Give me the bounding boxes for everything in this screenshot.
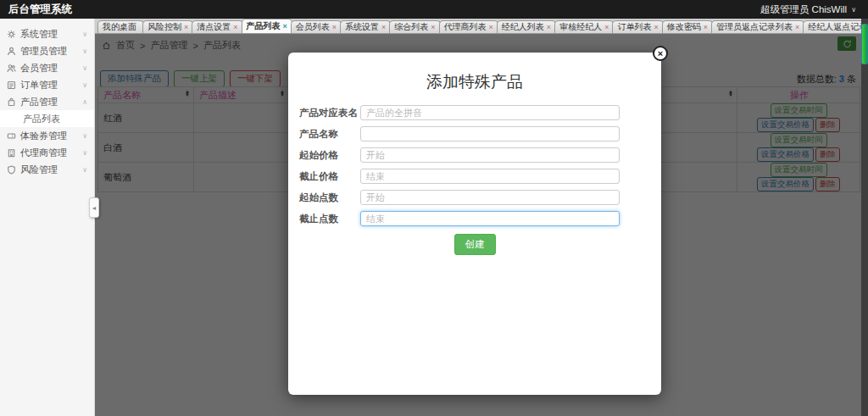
add-special-product-modal: × 添加特殊产品 产品对应表名 产品名称 起始价格 截止价格 起始点数 截止点数… — [288, 53, 661, 395]
close-icon: × — [658, 49, 663, 58]
close-icon[interactable]: × — [547, 24, 551, 31]
sidebar-subitem-product-list[interactable]: 产品列表 — [0, 110, 94, 127]
tab-inventory-settings[interactable]: 清点设置× — [192, 20, 242, 33]
field-label-product-name: 产品名称 — [299, 128, 360, 141]
field-label-end-price: 截止价格 — [299, 170, 360, 183]
close-icon[interactable]: × — [381, 24, 386, 31]
tab-label: 我的桌面 — [103, 21, 136, 33]
close-icon[interactable]: × — [795, 24, 799, 31]
gear-icon — [7, 30, 16, 39]
form-row: 起始价格 — [288, 147, 661, 163]
tab-broker-list[interactable]: 经纪人列表× — [497, 20, 556, 33]
chevron-down-icon: ∨ — [82, 64, 87, 72]
sidebar-item-admins[interactable]: 管理员管理 ∨ — [0, 42, 94, 59]
sidebar-item-label: 体验券管理 — [20, 130, 67, 142]
top-bar: 后台管理系统 超级管理员 ChisWill ∨ — [0, 0, 868, 19]
agent-building-icon — [7, 148, 16, 158]
tab-admin-rebate-records[interactable]: 管理员返点记录列表× — [711, 20, 804, 33]
tab-product-list[interactable]: 产品列表× — [242, 19, 292, 33]
table-name-input[interactable] — [360, 105, 620, 120]
field-label-start-points: 起始点数 — [299, 191, 360, 204]
tab-label: 修改密码 — [667, 21, 701, 33]
sidebar-collapse-handle[interactable]: ◂ — [89, 197, 99, 218]
scrollbar-thumb[interactable] — [861, 24, 868, 64]
tab-bar: 我的桌面 风险控制× 清点设置× 产品列表× 会员列表× 系统设置× 综合列表×… — [95, 19, 868, 34]
sidebar-item-label: 会员管理 — [20, 62, 58, 75]
close-icon[interactable]: × — [332, 24, 337, 31]
members-icon — [7, 64, 16, 73]
field-label-end-points: 截止点数 — [299, 213, 360, 225]
sidebar-item-members[interactable]: 会员管理 ∨ — [0, 59, 94, 76]
coupon-ticket-icon — [7, 131, 16, 141]
user-menu[interactable]: 超级管理员 ChisWill ∨ — [760, 3, 868, 16]
tab-misc-list[interactable]: 综合列表× — [389, 20, 440, 33]
sidebar-item-orders[interactable]: 订单管理 ∨ — [0, 76, 94, 93]
tab-order-list[interactable]: 订单列表× — [612, 20, 663, 33]
tab-member-list[interactable]: 会员列表× — [291, 20, 342, 33]
sidebar-item-coupons[interactable]: 体验券管理 ∨ — [0, 127, 94, 144]
tab-label: 审核经纪人 — [559, 21, 602, 33]
modal-title: 添加特殊产品 — [288, 71, 661, 93]
close-icon[interactable]: × — [431, 24, 435, 31]
admin-user-icon — [7, 47, 16, 56]
create-button[interactable]: 创建 — [454, 234, 496, 255]
tab-label: 系统设置 — [345, 21, 379, 33]
tab-label: 会员列表 — [296, 21, 330, 33]
close-icon[interactable]: × — [654, 24, 658, 31]
product-name-input[interactable] — [360, 126, 620, 141]
close-icon[interactable]: × — [604, 24, 609, 31]
chevron-down-icon: ∨ — [82, 166, 87, 174]
sidebar-item-label: 风险管理 — [20, 164, 58, 176]
sidebar-item-products[interactable]: 产品管理 ∧ — [0, 93, 94, 110]
end-price-input[interactable] — [360, 169, 620, 184]
field-label-start-price: 起始价格 — [299, 149, 360, 162]
collapse-left-icon: ◂ — [92, 204, 96, 212]
close-icon[interactable]: × — [283, 23, 287, 31]
sidebar-item-label: 产品管理 — [20, 96, 58, 108]
tab-my-desktop[interactable]: 我的桌面 — [97, 20, 144, 33]
close-icon[interactable]: × — [184, 24, 188, 31]
start-points-input[interactable] — [360, 190, 620, 205]
sidebar-item-system[interactable]: 系统管理 ∨ — [0, 25, 94, 42]
product-bag-icon — [7, 97, 16, 107]
chevron-down-icon: ∨ — [82, 149, 87, 157]
tab-agent-list[interactable]: 代理商列表× — [439, 20, 498, 33]
tab-risk-control[interactable]: 风险控制× — [142, 20, 193, 33]
sidebar-item-risk[interactable]: 风险管理 ∨ — [0, 161, 94, 178]
scrollbar-track[interactable] — [861, 19, 868, 416]
form-row: 起始点数 — [288, 190, 661, 205]
form-row: 产品名称 — [288, 126, 661, 141]
sidebar-item-label: 管理员管理 — [20, 45, 67, 58]
modal-form: 产品对应表名 产品名称 起始价格 截止价格 起始点数 截止点数 创建 — [288, 105, 661, 255]
form-row: 截止点数 — [288, 211, 661, 226]
start-price-input[interactable] — [360, 147, 620, 163]
close-icon[interactable]: × — [489, 24, 493, 31]
sidebar-item-label: 订单管理 — [20, 79, 58, 92]
order-list-icon — [7, 80, 16, 90]
end-points-input[interactable] — [360, 211, 620, 226]
sidebar-subitem-label: 产品列表 — [23, 113, 60, 125]
chevron-down-icon: ∨ — [82, 132, 87, 140]
modal-close-button[interactable]: × — [653, 46, 668, 61]
tab-label: 综合列表 — [394, 21, 428, 33]
tab-broker-rebate-records[interactable]: 经纪人返点记录列表× — [803, 20, 868, 33]
sidebar-item-label: 代理商管理 — [20, 147, 67, 159]
tab-change-password[interactable]: 修改密码× — [662, 20, 713, 33]
chevron-down-icon: ∨ — [82, 31, 87, 38]
chevron-down-icon: ∨ — [82, 47, 87, 55]
sidebar-item-agents[interactable]: 代理商管理 ∨ — [0, 144, 94, 161]
field-label-table-name: 产品对应表名 — [299, 107, 360, 119]
shield-icon — [7, 165, 16, 175]
tab-label: 代理商列表 — [444, 21, 487, 33]
tab-broker-audit[interactable]: 审核经纪人× — [554, 20, 614, 33]
tab-label: 经纪人返点记录列表 — [808, 21, 868, 33]
tab-system-settings[interactable]: 系统设置× — [340, 20, 391, 33]
form-row: 截止价格 — [288, 169, 661, 184]
tab-label: 产品列表 — [247, 20, 281, 32]
tab-label: 经纪人列表 — [502, 21, 544, 33]
user-label: 超级管理员 ChisWill — [760, 3, 847, 16]
close-icon[interactable]: × — [704, 24, 708, 31]
close-icon[interactable]: × — [233, 24, 237, 31]
chevron-up-icon: ∧ — [82, 98, 87, 106]
form-row: 产品对应表名 — [288, 105, 661, 120]
